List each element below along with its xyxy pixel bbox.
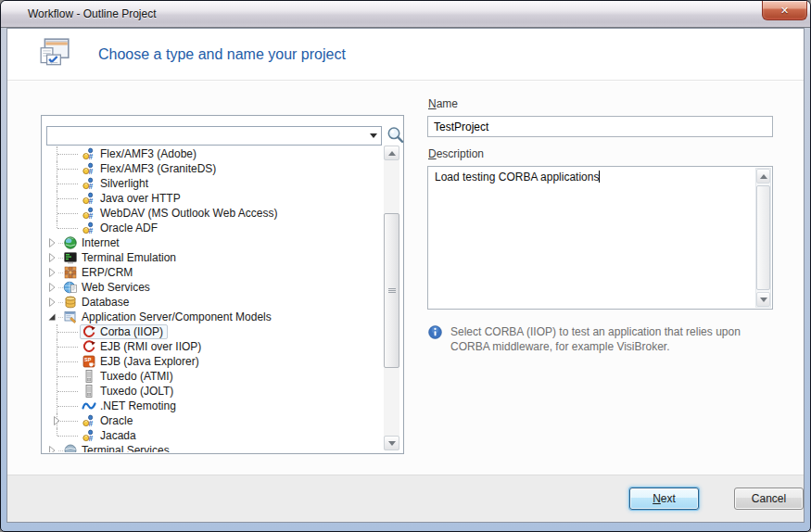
close-button[interactable]: ✕ bbox=[762, 1, 807, 20]
tree-item-silverlight[interactable]: # Silverlight bbox=[43, 176, 382, 191]
tree-row-content: Tuxedo (ATMI) bbox=[80, 369, 178, 384]
protocol-icon: # bbox=[82, 413, 96, 428]
name-label: Name bbox=[428, 97, 458, 110]
scroll-down-button[interactable] bbox=[756, 292, 770, 307]
svg-text:#: # bbox=[88, 182, 93, 191]
tree-item-label: Jacada bbox=[100, 429, 136, 442]
tree-item-webdav-ms-outlook-web-access[interactable]: # WebDAV (MS Outlook Web Access) bbox=[43, 206, 382, 221]
tree-item-internet[interactable]: Internet bbox=[43, 235, 382, 250]
tree-item-label: Tuxedo (JOLT) bbox=[100, 385, 173, 398]
tree-row-content: .NET Remoting bbox=[80, 399, 181, 413]
tree-item-flex-amf3-adobe[interactable]: # Flex/AMF3 (Adobe) bbox=[43, 146, 382, 161]
svg-text:#: # bbox=[88, 211, 93, 221]
tree-item-label: Oracle ADF bbox=[100, 222, 158, 234]
tree-item-tuxedo-jolt[interactable]: Tuxedo (JOLT) bbox=[43, 384, 382, 399]
wizard-header: Choose a type and name your project bbox=[7, 29, 804, 81]
tree-item-ejb-rmi-over-iiop[interactable]: EJB (RMI over IIOP) bbox=[43, 339, 382, 354]
arrow-down-icon bbox=[760, 298, 767, 302]
protocol-icon: # bbox=[82, 428, 96, 443]
next-button[interactable]: Next bbox=[629, 488, 699, 510]
scrollbar-thumb[interactable] bbox=[756, 185, 770, 290]
tree-row-content: # Oracle bbox=[80, 413, 137, 428]
protocol-icon: # bbox=[82, 206, 96, 221]
expand-icon[interactable] bbox=[45, 296, 58, 309]
tree-item-label: EJB (RMI over IIOP) bbox=[100, 340, 201, 353]
description-value: Load testing CORBA applications bbox=[435, 171, 599, 184]
collapse-icon[interactable] bbox=[45, 310, 58, 323]
scroll-up-button[interactable] bbox=[756, 169, 770, 184]
tree-item-net-remoting[interactable]: .NET Remoting bbox=[43, 399, 382, 413]
internet-globe-icon bbox=[63, 235, 78, 250]
expand-icon[interactable] bbox=[45, 281, 58, 294]
tree-row-content: Terminal Services bbox=[61, 443, 174, 452]
scrollbar-thumb[interactable] bbox=[384, 213, 399, 368]
scroll-down-button[interactable] bbox=[384, 436, 399, 450]
name-input[interactable] bbox=[427, 116, 773, 137]
tree-item-label: Terminal Emulation bbox=[82, 251, 176, 264]
svg-text:#: # bbox=[88, 167, 93, 176]
expand-icon[interactable] bbox=[45, 251, 58, 264]
tree-item-oracle[interactable]: # Oracle bbox=[43, 413, 382, 428]
expand-icon[interactable] bbox=[50, 414, 63, 427]
tree-item-flex-amf3-graniteds[interactable]: # Flex/AMF3 (GraniteDS) bbox=[43, 161, 382, 176]
svg-text:#: # bbox=[88, 152, 93, 161]
tree-item-label: Flex/AMF3 (Adobe) bbox=[100, 147, 196, 160]
tree-item-oracle-adf[interactable]: # Oracle ADF bbox=[43, 221, 382, 235]
description-field[interactable]: Load testing CORBA applications bbox=[427, 166, 773, 310]
search-icon bbox=[386, 125, 406, 146]
protocol-tree: # Flex/AMF3 (Adobe) # Flex/AMF3 (Granite… bbox=[43, 146, 382, 452]
search-button[interactable] bbox=[386, 125, 406, 146]
close-icon: ✕ bbox=[780, 6, 789, 16]
tree-row-content: Internet bbox=[61, 235, 124, 250]
services-globe-icon bbox=[63, 443, 78, 452]
corba-arrows-icon bbox=[82, 339, 96, 354]
tree-row-content: EJB (RMI over IIOP) bbox=[80, 339, 206, 354]
info-icon bbox=[428, 325, 442, 339]
tree-item-jacada[interactable]: # Jacada bbox=[43, 428, 382, 443]
tree-item-corba-iiop[interactable]: Corba (IIOP) bbox=[43, 324, 382, 339]
tree-item-terminal-emulation[interactable]: Terminal Emulation bbox=[43, 250, 382, 265]
protocol-filter-input[interactable] bbox=[47, 127, 365, 145]
tree-item-terminal-services[interactable]: Terminal Services bbox=[43, 443, 382, 452]
cancel-button[interactable]: Cancel bbox=[734, 488, 804, 510]
tree-item-label: Silverlight bbox=[100, 177, 148, 190]
description-scrollbar[interactable] bbox=[755, 168, 771, 308]
protocol-filter-combobox[interactable] bbox=[46, 126, 382, 146]
description-text: Load testing CORBA applications bbox=[428, 167, 754, 309]
expand-icon[interactable] bbox=[45, 444, 58, 452]
tree-scrollbar[interactable] bbox=[384, 146, 399, 450]
dialog-body: Choose a type and name your project # bbox=[6, 28, 805, 523]
tree-item-application-server-component-models[interactable]: Application Server/Component Models bbox=[43, 310, 382, 324]
svg-text:#: # bbox=[88, 434, 93, 443]
tree-item-label: ERP/CRM bbox=[82, 266, 133, 279]
expand-icon[interactable] bbox=[45, 236, 58, 249]
tree-item-label: Internet bbox=[82, 236, 120, 249]
protocol-tree-panel: # Flex/AMF3 (Adobe) # Flex/AMF3 (Granite… bbox=[41, 115, 404, 454]
combobox-dropdown-button[interactable] bbox=[365, 127, 381, 145]
tree-row-content: ERP/CRM bbox=[61, 265, 137, 280]
tree-item-java-over-http[interactable]: # Java over HTTP bbox=[43, 191, 382, 206]
tree-item-label: Oracle bbox=[100, 414, 133, 427]
text-caret bbox=[599, 171, 600, 183]
protocol-icon: # bbox=[82, 146, 96, 161]
tree-item-tuxedo-atmi[interactable]: Tuxedo (ATMI) bbox=[43, 369, 382, 384]
tree-row-content: # Flex/AMF3 (Adobe) bbox=[80, 146, 201, 161]
app-server-icon bbox=[63, 310, 78, 324]
titlebar[interactable]: Workflow - Outline Project ✕ bbox=[1, 1, 810, 28]
scroll-up-button[interactable] bbox=[384, 146, 399, 160]
tree-item-database[interactable]: Database bbox=[43, 295, 382, 310]
tree-row-content: # Jacada bbox=[80, 428, 141, 443]
tree-row-content: # Flex/AMF3 (GraniteDS) bbox=[80, 161, 221, 176]
tree-item-label: Java over HTTP bbox=[100, 192, 181, 205]
tree-item-label: .NET Remoting bbox=[100, 399, 176, 412]
tree-row-content: # Silverlight bbox=[80, 176, 153, 191]
tree-item-ejb-java-explorer[interactable]: SP EJB (Java Explorer) bbox=[43, 354, 382, 369]
tree-item-web-services[interactable]: Web Services bbox=[43, 280, 382, 295]
svg-text:#: # bbox=[88, 226, 93, 235]
tree-row-content: Database bbox=[61, 295, 133, 310]
tree-row-content: # Oracle ADF bbox=[80, 221, 162, 235]
expand-icon[interactable] bbox=[45, 266, 58, 279]
tree-item-erp-crm[interactable]: ERP/CRM bbox=[43, 265, 382, 280]
protocol-icon: # bbox=[82, 176, 96, 191]
chevron-down-icon bbox=[370, 133, 377, 138]
